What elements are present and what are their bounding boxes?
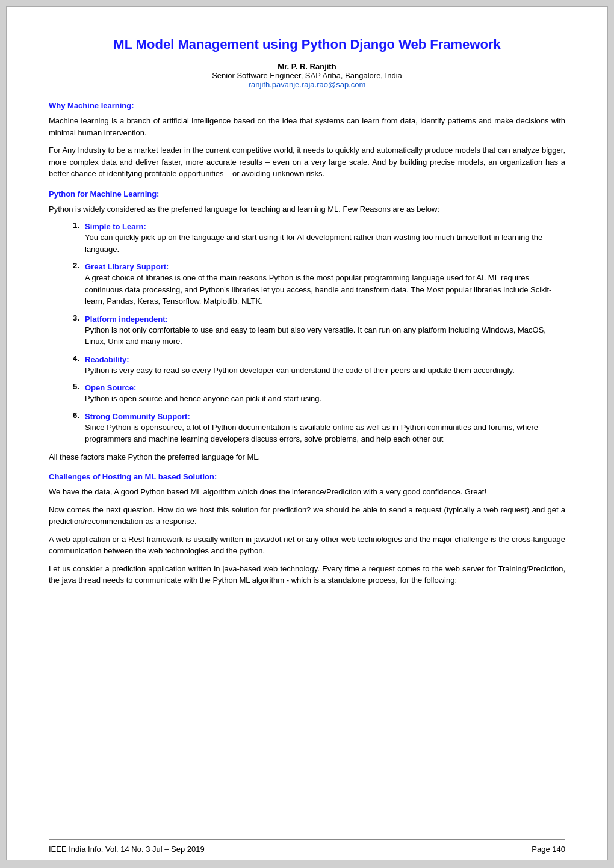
author-name: Mr. P. R. Ranjith: [49, 62, 565, 71]
list-item-4-body: Python is very easy to read so every Pyt…: [85, 366, 515, 375]
author-email[interactable]: ranjith.pavanje.raja.rao@sap.com: [49, 80, 565, 89]
section-why-ml-heading: Why Machine learning:: [49, 101, 565, 110]
challenges-para-3: A web application or a Rest framework is…: [49, 534, 565, 557]
content: ML Model Management using Python Django …: [49, 37, 565, 826]
challenges-para-1: We have the data, A good Python based ML…: [49, 486, 565, 498]
python-ml-intro: Python is widely considered as the prefe…: [49, 203, 565, 215]
footer-right: Page 140: [532, 845, 565, 854]
list-item-5-heading: Open Source:: [85, 383, 136, 392]
python-ml-conclusion: All these factors make Python the prefer…: [49, 451, 565, 463]
list-item-3: Platform independent: Python is not only…: [73, 313, 565, 348]
challenges-para-4: Let us consider a prediction application…: [49, 563, 565, 586]
page: ML Model Management using Python Django …: [6, 6, 608, 860]
list-item-2-heading: Great Library Support:: [85, 262, 169, 271]
list-item-2: Great Library Support: A great choice of…: [73, 261, 565, 307]
list-item-1: Simple to Learn: You can quickly pick up…: [73, 221, 565, 255]
python-reasons-list: Simple to Learn: You can quickly pick up…: [73, 221, 565, 445]
list-item-6-heading: Strong Community Support:: [85, 412, 190, 421]
footer-left: IEEE India Info. Vol. 14 No. 3 Jul – Sep…: [49, 845, 205, 854]
footer: IEEE India Info. Vol. 14 No. 3 Jul – Sep…: [49, 839, 565, 860]
author-affiliation: Senior Software Engineer, SAP Ariba, Ban…: [49, 71, 565, 80]
list-item-4: Readability: Python is very easy to read…: [73, 354, 565, 377]
list-item-1-heading: Simple to Learn:: [85, 222, 146, 231]
page-title: ML Model Management using Python Django …: [49, 37, 565, 52]
section-python-ml-heading: Python for Machine Learning:: [49, 189, 565, 199]
list-item-4-heading: Readability:: [85, 355, 129, 364]
list-item-3-body: Python is not only comfortable to use an…: [85, 325, 546, 346]
why-ml-para-1: Machine learning is a branch of artifici…: [49, 115, 565, 138]
section-challenges-heading: Challenges of Hosting an ML based Soluti…: [49, 472, 565, 481]
list-item-1-body: You can quickly pick up on the language …: [85, 233, 542, 254]
list-item-3-heading: Platform independent:: [85, 315, 168, 324]
list-item-6-body: Since Python is opensource, a lot of Pyt…: [85, 423, 538, 444]
list-item-5-body: Python is open source and hence anyone c…: [85, 394, 321, 403]
author-block: Mr. P. R. Ranjith Senior Software Engine…: [49, 62, 565, 89]
list-item-5: Open Source: Python is open source and h…: [73, 382, 565, 405]
why-ml-para-2: For Any Industry to be a market leader i…: [49, 144, 565, 180]
python-reasons-ol: Simple to Learn: You can quickly pick up…: [73, 221, 565, 445]
list-item-6: Strong Community Support: Since Python i…: [73, 411, 565, 445]
list-item-2-body: A great choice of libraries is one of th…: [85, 273, 551, 306]
challenges-para-2: Now comes the next question. How do we h…: [49, 504, 565, 528]
